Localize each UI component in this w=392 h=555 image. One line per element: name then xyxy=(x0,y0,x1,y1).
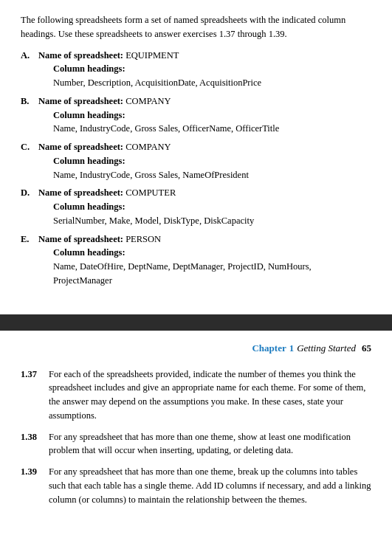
chapter-footer: Chapter 1 Getting Started 65 xyxy=(21,342,371,354)
exercise-text-138: For any spreadsheet that has more than o… xyxy=(49,430,371,458)
headings-value-d: SerialNumber, Make, Model, DiskType, Dis… xyxy=(53,214,371,228)
item-content-d: Name of spreadsheet: COMPUTER Column hea… xyxy=(38,186,371,227)
item-letter-a: A. xyxy=(21,49,38,90)
headings-value-c: Name, IndustryCode, Gross Sales, NameOfP… xyxy=(53,168,371,182)
headings-value-b: Name, IndustryCode, Gross Sales, Officer… xyxy=(53,122,371,136)
chapter-title: Getting Started xyxy=(297,342,356,354)
divider-bar xyxy=(0,314,392,331)
exercise-text-137: For each of the spreadsheets provided, i… xyxy=(49,368,371,423)
headings-value-a: Number, Description, AcquisitionDate, Ac… xyxy=(53,76,371,90)
spreadsheet-item-c: C. Name of spreadsheet: COMPANY Column h… xyxy=(21,140,371,182)
bottom-section: Chapter 1 Getting Started 65 1.37 For ea… xyxy=(0,331,392,529)
headings-label-d: Column headings: xyxy=(53,200,371,214)
name-value-a-text: EQUIPMENT xyxy=(125,50,179,61)
exercises-list: 1.37 For each of the spreadsheets provid… xyxy=(21,368,371,507)
headings-label-c: Column headings: xyxy=(53,154,371,168)
name-label-c: Name of spreadsheet: xyxy=(38,142,123,152)
item-letter-b: B. xyxy=(21,94,38,136)
item-letter-e: E. xyxy=(21,232,38,288)
name-value-e: PERSON xyxy=(125,234,161,244)
chapter-label: Chapter xyxy=(252,342,286,354)
exercise-number-137: 1.37 xyxy=(21,368,49,423)
item-letter-c: C. xyxy=(21,140,38,182)
chapter-number: 1 xyxy=(289,342,295,354)
item-content-a: Name of spreadsheet: EQUIPMENT Column he… xyxy=(38,49,371,90)
exercise-item-137: 1.37 For each of the spreadsheets provid… xyxy=(21,368,371,423)
headings-label-b: Column headings: xyxy=(53,108,371,123)
spreadsheet-item-d: D. Name of spreadsheet: COMPUTER Column … xyxy=(21,186,371,227)
headings-label-e: Column headings: xyxy=(53,246,371,260)
item-content-e: Name of spreadsheet: PERSON Column headi… xyxy=(38,232,371,288)
name-label-b: Name of spreadsheet: xyxy=(38,96,123,106)
spreadsheet-list: A. Name of spreadsheet: EQUIPMENT Column… xyxy=(21,49,371,288)
name-label-a: Name of spreadsheet: xyxy=(38,50,123,61)
exercise-number-139: 1.39 xyxy=(21,465,49,506)
name-label-d: Name of spreadsheet: xyxy=(38,187,123,198)
name-value-b: COMPANY xyxy=(125,96,171,106)
exercise-text-139: For any spreadsheet that has more than o… xyxy=(49,465,371,506)
item-content-b: Name of spreadsheet: COMPANY Column head… xyxy=(38,94,371,136)
name-value-d: COMPUTER xyxy=(125,187,176,198)
name-label-e: Name of spreadsheet: xyxy=(38,234,123,244)
exercise-item-139: 1.39 For any spreadsheet that has more t… xyxy=(21,465,371,506)
spreadsheet-item-b: B. Name of spreadsheet: COMPANY Column h… xyxy=(21,94,371,136)
spreadsheet-item-e: E. Name of spreadsheet: PERSON Column he… xyxy=(21,232,371,288)
item-content-c: Name of spreadsheet: COMPANY Column head… xyxy=(38,140,371,182)
page-number: 65 xyxy=(362,342,371,354)
top-section: The following spreadsheets form a set of… xyxy=(0,0,392,307)
item-letter-d: D. xyxy=(21,186,38,227)
spreadsheet-item-a: A. Name of spreadsheet: EQUIPMENT Column… xyxy=(21,49,371,90)
name-value-c: COMPANY xyxy=(125,142,171,152)
headings-value-e: Name, DateOfHire, DeptName, DeptManager,… xyxy=(53,260,371,288)
exercise-number-138: 1.38 xyxy=(21,430,49,458)
exercise-item-138: 1.38 For any spreadsheet that has more t… xyxy=(21,430,371,458)
intro-paragraph: The following spreadsheets form a set of… xyxy=(21,13,371,41)
headings-label-a: Column headings: xyxy=(53,62,371,76)
